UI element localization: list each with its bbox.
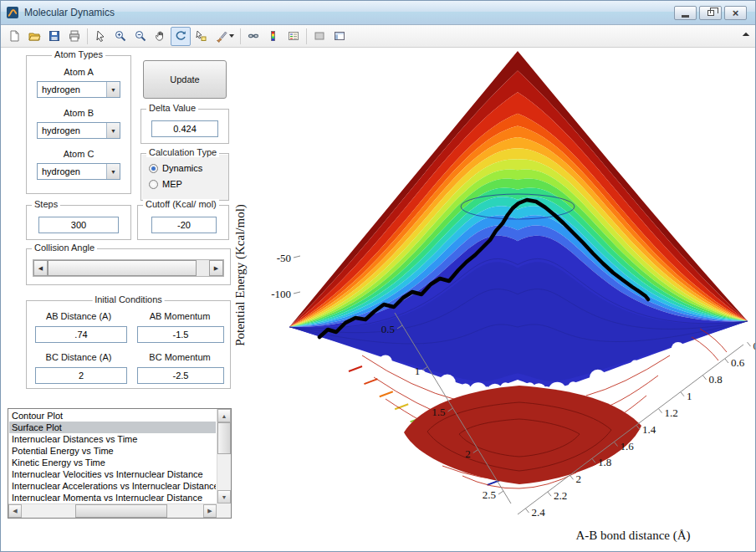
zoom-out-button[interactable] [130, 27, 151, 46]
x-tick [548, 492, 551, 496]
slider-right-arrow[interactable] [209, 260, 223, 276]
scroll-right-icon[interactable] [203, 504, 217, 518]
z-tick-label: -50 [277, 252, 291, 264]
cursor-arrow-icon [94, 29, 107, 43]
horizontal-scroll-thumb[interactable] [75, 504, 167, 518]
list-item-selected[interactable]: Surface Plot [9, 422, 216, 433]
atom-c-value: hydrogen [38, 166, 80, 176]
x-tick-label: 2 [576, 473, 582, 485]
edit-plot-button[interactable] [90, 27, 110, 46]
panel-title: Atom Types [52, 49, 105, 59]
bc-distance-input[interactable]: 2 [35, 367, 127, 384]
horizontal-scrollbar[interactable] [8, 503, 217, 518]
atom-b-value: hydrogen [38, 125, 80, 135]
scroll-down-icon[interactable] [217, 490, 231, 503]
cutoff-input[interactable]: -20 [151, 217, 217, 233]
y-tick-label: 2 [465, 447, 471, 460]
ab-momentum-label: AB Momentum [134, 311, 226, 321]
y-tick-label: 0.5 [381, 323, 395, 335]
x-tick-label: 1.2 [665, 406, 678, 419]
floor-contour-line [692, 337, 718, 360]
save-button[interactable] [44, 27, 64, 46]
x-tick-label: 1 [687, 390, 692, 402]
surface-cutoff-scallop [379, 355, 392, 368]
hide-plot-tools-button[interactable] [309, 27, 329, 46]
bc-momentum-label: BC Momentum [134, 352, 226, 362]
atom-b-dropdown[interactable]: hydrogen [37, 122, 120, 139]
zoom-in-button[interactable] [110, 27, 130, 46]
scroll-left-icon[interactable] [8, 504, 22, 518]
brush-button[interactable] [211, 27, 238, 46]
surface-cutoff-scallop [568, 381, 578, 391]
atom-c-dropdown[interactable]: hydrogen [37, 163, 120, 180]
list-item[interactable]: Internuclear Momenta vs Internuclear Dis… [9, 492, 216, 503]
list-item[interactable]: Internuclear Distances vs Time [9, 433, 216, 445]
chevron-down-icon[interactable] [106, 164, 120, 179]
chevron-down-icon[interactable] [106, 82, 120, 97]
atom-a-dropdown[interactable]: hydrogen [37, 81, 120, 98]
plot-type-listbox: Contour Plot Surface Plot Internuclear D… [8, 408, 232, 519]
projected-contour-dash [349, 366, 362, 371]
zoom-out-icon [134, 29, 147, 43]
collision-angle-slider[interactable] [33, 259, 224, 277]
pan-button[interactable] [151, 27, 171, 46]
close-button[interactable] [724, 6, 747, 20]
brush-dropdown-icon[interactable] [229, 34, 234, 38]
toolbar-overflow-icon[interactable] [743, 33, 749, 39]
open-file-button[interactable] [24, 27, 44, 46]
insert-legend-button[interactable] [284, 27, 304, 46]
z-axis-label: Potential Energy (Kcal/mol) [233, 204, 248, 346]
insert-colorbar-button[interactable] [263, 27, 284, 46]
radio-mep[interactable] [149, 180, 158, 189]
rotate-3d-button[interactable] [171, 27, 191, 46]
x-tick [659, 409, 662, 413]
maximize-button[interactable] [699, 6, 722, 20]
x-tick-label: 1.4 [642, 423, 656, 436]
new-figure-button[interactable] [4, 27, 24, 46]
slider-left-arrow[interactable] [33, 260, 48, 276]
x-tick [526, 509, 529, 513]
update-button[interactable]: Update [143, 60, 227, 99]
link-plot-button[interactable] [243, 27, 263, 46]
toolbar-separator [306, 28, 307, 44]
ab-distance-input[interactable]: .74 [35, 326, 127, 343]
vertical-scrollbar[interactable] [217, 409, 231, 503]
show-plot-tools-button[interactable] [329, 27, 350, 46]
ab-momentum-input[interactable]: -1.5 [137, 326, 224, 343]
vertical-scroll-thumb[interactable] [217, 422, 231, 454]
radio-dynamics[interactable] [149, 164, 158, 173]
z-tick [294, 256, 300, 258]
bc-momentum-input[interactable]: -2.5 [137, 367, 224, 384]
radio-row-dynamics: Dynamics [149, 163, 202, 173]
slider-thumb[interactable] [48, 260, 197, 276]
save-icon [48, 29, 61, 43]
atom-b-label: Atom B [27, 108, 130, 118]
minimize-icon [682, 15, 689, 18]
surface-cutoff-scallop [631, 360, 639, 368]
chevron-down-icon[interactable] [106, 123, 120, 138]
title-bar[interactable]: Molecular Dynamics [1, 1, 755, 25]
list-item[interactable]: Internuclear Accelerations vs Internucle… [9, 480, 216, 492]
print-button[interactable] [64, 27, 84, 46]
surface-cutoff-scallop [672, 342, 685, 355]
panel-collision-angle: Collision Angle [26, 248, 231, 285]
panel-title: Initial Conditions [92, 294, 165, 304]
x-tick [570, 475, 574, 479]
delta-value-input[interactable]: 0.424 [151, 120, 218, 137]
list-item[interactable]: Potential Energy vs Time [9, 445, 216, 457]
steps-input[interactable]: 300 [38, 217, 119, 233]
panel-initial-conditions: Initial Conditions AB Distance (A) AB Mo… [26, 300, 231, 389]
listbox-items: Contour Plot Surface Plot Internuclear D… [9, 410, 216, 503]
scroll-up-icon[interactable] [217, 409, 231, 422]
radio-row-mep: MEP [149, 179, 182, 189]
minimize-button[interactable] [674, 6, 697, 20]
y-tick-label: 1 [415, 365, 421, 377]
data-cursor-button[interactable] [191, 27, 211, 46]
list-item[interactable]: Kinetic Energy vs Time [9, 457, 216, 468]
y-tick-label: 2.5 [483, 488, 496, 501]
list-item[interactable]: Internuclear Velocities vs Internuclear … [9, 468, 216, 480]
colorbar-icon [267, 29, 280, 43]
ab-distance-label: AB Distance (A) [30, 311, 127, 321]
list-item[interactable]: Contour Plot [9, 410, 216, 422]
x-tick [725, 359, 728, 363]
